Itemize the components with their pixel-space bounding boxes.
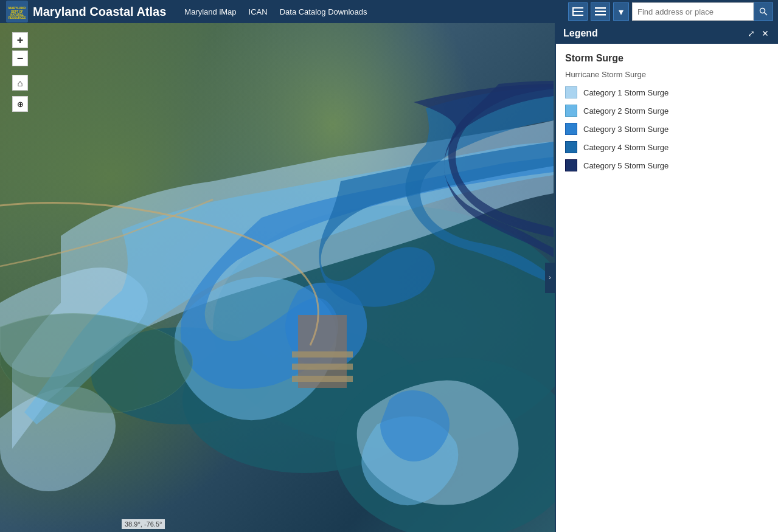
legend-swatch-cat5 [565,159,577,171]
svg-rect-5 [572,7,583,9]
legend-item-cat3: Category 3 Storm Surge [565,123,769,135]
logo-area: MARYLAND DEPT OF NATURAL RESOURCES Maryl… [0,1,172,22]
svg-text:MARYLAND: MARYLAND [9,6,26,10]
svg-rect-9 [595,7,606,9]
legend-label-cat3: Category 3 Storm Surge [583,125,669,134]
home-button[interactable]: ⌂ [12,75,28,91]
legend-label-cat4: Category 4 Storm Surge [583,143,669,152]
search-container [632,2,773,21]
legend-panel: Legend ⤢ ✕ Storm Surge Hurricane Storm S… [555,23,778,532]
legend-label-cat2: Category 2 Storm Surge [583,106,669,116]
zoom-in-button[interactable]: + [12,32,28,48]
legend-title: Legend [563,28,598,39]
svg-rect-20 [292,364,353,370]
home-icon: ⌂ [17,78,23,88]
nav-data-catalog[interactable]: Data Catalog Downloads [280,7,367,16]
legend-swatch-cat2 [565,105,577,117]
svg-rect-8 [572,7,574,16]
legend-item-cat5: Category 5 Storm Surge [565,159,769,171]
legend-subsection-title: Hurricane Storm Surge [565,70,769,79]
svg-rect-7 [572,15,583,16]
legend-swatch-cat1 [565,86,577,98]
legend-content: Storm Surge Hurricane Storm Surge Catego… [556,44,778,187]
header-right: ▾ [568,2,778,21]
svg-rect-6 [572,11,583,12]
legend-close-button[interactable]: ✕ [760,29,771,38]
map-area[interactable]: + − ⌂ ⊕ › 38.9°, -76.5° [0,23,555,532]
compass-button[interactable]: ⊕ [12,96,28,112]
map-coordinates: 38.9°, -76.5° [122,519,165,529]
nav-ican[interactable]: ICAN [249,7,268,16]
legend-item-cat2: Category 2 Storm Surge [565,105,769,117]
search-button[interactable] [754,2,773,21]
app-header: MARYLAND DEPT OF NATURAL RESOURCES Maryl… [0,0,778,23]
svg-rect-21 [292,376,353,382]
legend-item-cat4: Category 4 Storm Surge [565,141,769,153]
legend-swatch-cat3 [565,123,577,135]
legend-label-cat1: Category 1 Storm Surge [583,88,669,97]
svg-rect-10 [595,11,606,13]
collapse-arrow-icon: › [549,274,551,281]
svg-rect-11 [595,14,606,16]
legend-swatch-cat4 [565,141,577,153]
legend-header: Legend ⤢ ✕ [556,23,778,44]
collapse-panel-button[interactable]: › [545,263,555,293]
zoom-out-button[interactable]: − [12,50,28,66]
map-svg [0,23,555,532]
search-input[interactable] [632,2,754,21]
menu-button[interactable] [591,2,610,21]
legend-header-buttons: ⤢ ✕ [746,29,771,38]
svg-text:RESOURCES: RESOURCES [9,16,26,19]
dropdown-button[interactable]: ▾ [613,2,629,21]
zoom-controls: + − [12,32,28,66]
logo-icon: MARYLAND DEPT OF NATURAL RESOURCES [6,1,28,22]
compass-icon: ⊕ [17,100,24,109]
nav-links: Maryland iMap ICAN Data Catalog Download… [184,7,367,16]
svg-line-13 [765,13,768,16]
app-title: Maryland Coastal Atlas [33,5,166,19]
legend-label-cat5: Category 5 Storm Surge [583,161,669,170]
legend-item-cat1: Category 1 Storm Surge [565,86,769,98]
legend-expand-button[interactable]: ⤢ [746,29,757,38]
legend-section-title: Storm Surge [565,53,769,64]
nav-maryland-imap[interactable]: Maryland iMap [184,7,236,16]
svg-rect-19 [292,351,353,358]
list-view-button[interactable] [568,2,588,21]
svg-point-12 [760,9,765,13]
